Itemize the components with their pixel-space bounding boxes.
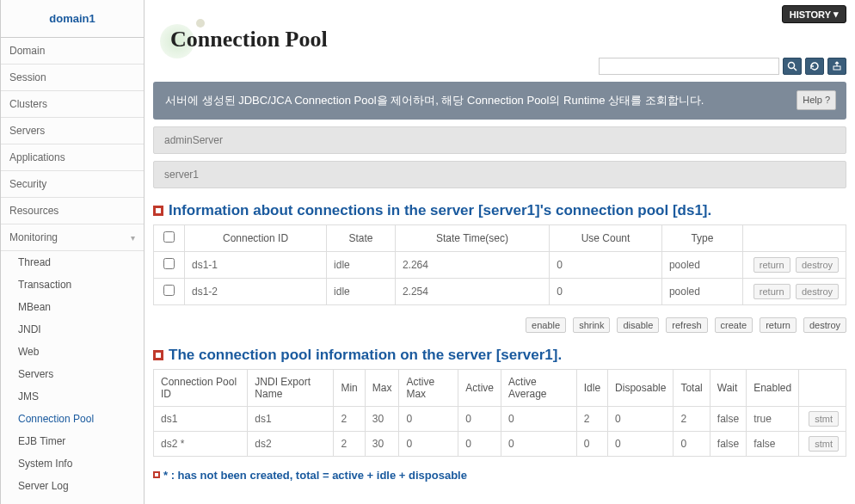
cell-pool-id[interactable]: ds1	[154, 406, 248, 431]
nav-monitoring[interactable]: Monitoring ▾	[1, 224, 144, 251]
th-active-max: Active Max	[399, 369, 458, 406]
conn-section-title: Information about connections in the ser…	[153, 202, 846, 219]
history-label: HISTORY	[790, 9, 831, 20]
cell-idle: 0	[576, 431, 607, 456]
destroy-button[interactable]: destroy	[796, 257, 839, 273]
subnav-connection-pool[interactable]: Connection Pool	[1, 408, 144, 430]
subnav: Thread Transaction MBean JNDI Web Server…	[1, 251, 144, 504]
th-state: State	[327, 224, 396, 251]
row-checkbox[interactable]	[163, 258, 175, 269]
cell-max: 30	[365, 406, 399, 431]
history-button[interactable]: HISTORY ▾	[782, 5, 846, 23]
select-all-checkbox[interactable]	[163, 231, 175, 243]
subnav-jms[interactable]: JMS	[1, 385, 144, 408]
return-button[interactable]: return	[754, 284, 790, 299]
description-text: 서버에 생성된 JDBC/JCA Connection Pool을 제어하며, …	[165, 94, 704, 107]
subnav-web[interactable]: Web	[1, 341, 144, 363]
th-type: Type	[661, 224, 742, 251]
subnav-servers[interactable]: Servers	[1, 363, 144, 385]
th-state-time: State Time(sec)	[395, 224, 549, 251]
stmt-button[interactable]: stmt	[809, 411, 839, 427]
conn-section-title-text: Information about connections in the ser…	[169, 202, 711, 219]
disable-button[interactable]: disable	[617, 317, 659, 333]
cell-min: 2	[334, 431, 365, 456]
nav-resources[interactable]: Resources	[1, 198, 144, 224]
nav-applications[interactable]: Applications	[1, 144, 144, 171]
nav-monitoring-label: Monitoring	[9, 231, 58, 243]
cell-time: 2.264	[395, 251, 549, 278]
bullet-icon	[153, 350, 163, 360]
connections-table: Connection ID State State Time(sec) Use …	[153, 224, 846, 305]
nav-security[interactable]: Security	[1, 171, 144, 198]
action-bar: enable shrink disable refresh create ret…	[153, 317, 846, 333]
cell-total: 0	[674, 431, 710, 456]
shrink-button[interactable]: shrink	[573, 317, 610, 333]
nav-clusters[interactable]: Clusters	[1, 91, 144, 118]
help-button[interactable]: Help ?	[797, 90, 836, 110]
nav-session[interactable]: Session	[1, 65, 144, 91]
cell-amax: 0	[399, 431, 458, 456]
return-button[interactable]: return	[760, 317, 797, 333]
subnav-system-info[interactable]: System Info	[1, 452, 144, 475]
subnav-transaction[interactable]: Transaction	[1, 274, 144, 296]
cell-disp: 0	[608, 431, 674, 456]
destroy-button[interactable]: destroy	[803, 317, 846, 333]
th-max: Max	[365, 369, 399, 406]
create-button[interactable]: create	[715, 317, 754, 333]
pool-section-title-text: The connection pool information on the s…	[169, 347, 562, 364]
th-min: Min	[334, 369, 365, 406]
cell-active: 0	[458, 406, 501, 431]
subnav-statistic[interactable]: Statistic	[1, 497, 144, 504]
cell-conn-id: ds1-1	[185, 251, 327, 278]
cell-idle: 2	[576, 406, 607, 431]
bullet-icon	[153, 471, 160, 478]
svg-rect-2	[833, 66, 840, 70]
cell-type: pooled	[661, 278, 742, 304]
th-active: Active	[458, 369, 501, 406]
subnav-jndi[interactable]: JNDI	[1, 318, 144, 341]
sidebar: domain1 Domain Session Clusters Servers …	[0, 0, 145, 504]
table-row: ds2 * ds2 2 30 0 0 0 0 0 0 false false s…	[154, 431, 846, 456]
row-checkbox[interactable]	[163, 285, 175, 296]
cell-active: 0	[458, 431, 501, 456]
cell-max: 30	[365, 431, 399, 456]
table-row: ds1-1 idle 2.264 0 pooled return destroy	[154, 251, 846, 278]
cell-min: 2	[334, 406, 365, 431]
subnav-mbean[interactable]: MBean	[1, 296, 144, 318]
subnav-ejb-timer[interactable]: EJB Timer	[1, 430, 144, 452]
destroy-button[interactable]: destroy	[796, 284, 839, 299]
subnav-server-log[interactable]: Server Log	[1, 475, 144, 497]
cell-jndi: ds1	[248, 406, 334, 431]
chevron-down-icon: ▾	[131, 233, 135, 243]
refresh-button[interactable]: refresh	[666, 317, 707, 333]
nav-servers[interactable]: Servers	[1, 118, 144, 144]
cell-amax: 0	[399, 406, 458, 431]
enable-button[interactable]: enable	[526, 317, 566, 333]
server-s1-row[interactable]: server1	[153, 161, 846, 188]
th-active-avg: Active Average	[501, 369, 577, 406]
th-use-count: Use Count	[550, 224, 662, 251]
cell-state: idle	[327, 278, 396, 304]
topbar: HISTORY ▾	[153, 0, 846, 23]
cell-pool-id[interactable]: ds2 *	[154, 431, 248, 456]
description-bar: 서버에 생성된 JDBC/JCA Connection Pool을 제어하며, …	[153, 82, 846, 120]
svg-line-1	[794, 68, 797, 71]
cell-state: idle	[327, 251, 396, 278]
stmt-button[interactable]: stmt	[809, 436, 839, 452]
server-admin-row[interactable]: adminServer	[153, 126, 846, 154]
domain-title[interactable]: domain1	[1, 0, 144, 38]
subnav-thread[interactable]: Thread	[1, 251, 144, 274]
cell-time: 2.254	[395, 278, 549, 304]
footnote-text: * : has not been created, total = active…	[163, 469, 467, 482]
return-button[interactable]: return	[754, 257, 790, 273]
cell-type: pooled	[661, 251, 742, 278]
bullet-icon	[153, 206, 163, 216]
nav-domain[interactable]: Domain	[1, 38, 144, 65]
cell-wait: false	[710, 406, 746, 431]
table-row: ds1-2 idle 2.254 0 pooled return destroy	[154, 278, 846, 304]
footnote: * : has not been created, total = active…	[153, 469, 846, 482]
cell-jndi: ds2	[248, 431, 334, 456]
th-idle: Idle	[576, 369, 607, 406]
cell-use: 0	[550, 278, 662, 304]
cell-aavg: 0	[501, 406, 577, 431]
